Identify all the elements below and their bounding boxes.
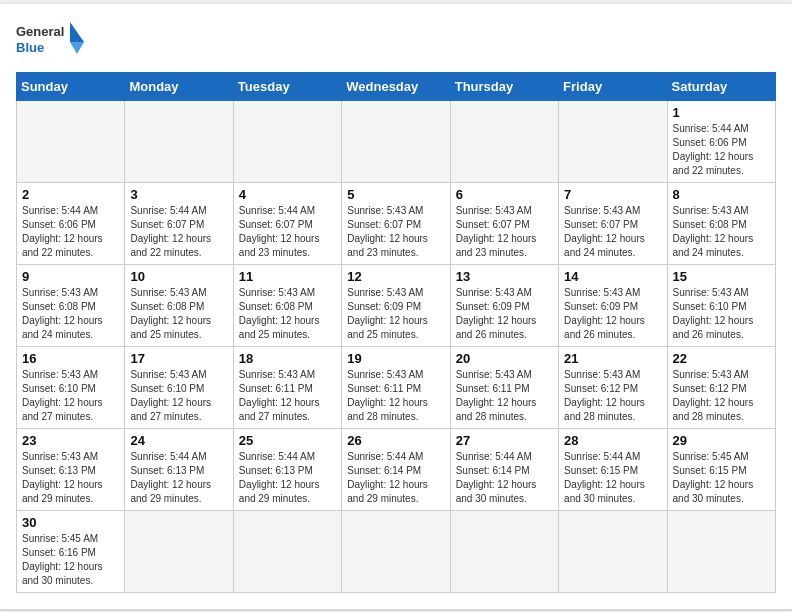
day-cell: 2Sunrise: 5:44 AM Sunset: 6:06 PM Daylig… (17, 182, 125, 264)
day-number: 24 (130, 433, 227, 448)
day-cell: 18Sunrise: 5:43 AM Sunset: 6:11 PM Dayli… (233, 346, 341, 428)
week-row-2: 9Sunrise: 5:43 AM Sunset: 6:08 PM Daylig… (17, 264, 776, 346)
day-number: 16 (22, 351, 119, 366)
header-day-sunday: Sunday (17, 72, 125, 100)
calendar-container: General Blue SundayMondayTuesdayWednesda… (0, 4, 792, 609)
day-info: Sunrise: 5:44 AM Sunset: 6:06 PM Dayligh… (673, 122, 770, 178)
day-info: Sunrise: 5:44 AM Sunset: 6:07 PM Dayligh… (239, 204, 336, 260)
header-day-monday: Monday (125, 72, 233, 100)
day-cell (342, 510, 450, 592)
generalblue-logo: General Blue (16, 20, 86, 64)
day-number: 10 (130, 269, 227, 284)
day-info: Sunrise: 5:43 AM Sunset: 6:07 PM Dayligh… (347, 204, 444, 260)
day-cell: 25Sunrise: 5:44 AM Sunset: 6:13 PM Dayli… (233, 428, 341, 510)
day-info: Sunrise: 5:43 AM Sunset: 6:07 PM Dayligh… (564, 204, 661, 260)
day-number: 19 (347, 351, 444, 366)
day-cell (559, 510, 667, 592)
day-number: 4 (239, 187, 336, 202)
day-info: Sunrise: 5:43 AM Sunset: 6:11 PM Dayligh… (347, 368, 444, 424)
day-cell: 12Sunrise: 5:43 AM Sunset: 6:09 PM Dayli… (342, 264, 450, 346)
day-number: 20 (456, 351, 553, 366)
day-info: Sunrise: 5:45 AM Sunset: 6:15 PM Dayligh… (673, 450, 770, 506)
day-cell: 15Sunrise: 5:43 AM Sunset: 6:10 PM Dayli… (667, 264, 775, 346)
day-info: Sunrise: 5:44 AM Sunset: 6:14 PM Dayligh… (456, 450, 553, 506)
day-number: 9 (22, 269, 119, 284)
day-cell (233, 510, 341, 592)
header-day-wednesday: Wednesday (342, 72, 450, 100)
logo: General Blue (16, 20, 86, 64)
day-number: 27 (456, 433, 553, 448)
day-cell: 6Sunrise: 5:43 AM Sunset: 6:07 PM Daylig… (450, 182, 558, 264)
day-cell (667, 510, 775, 592)
day-cell: 27Sunrise: 5:44 AM Sunset: 6:14 PM Dayli… (450, 428, 558, 510)
day-info: Sunrise: 5:44 AM Sunset: 6:13 PM Dayligh… (239, 450, 336, 506)
day-number: 21 (564, 351, 661, 366)
day-cell: 20Sunrise: 5:43 AM Sunset: 6:11 PM Dayli… (450, 346, 558, 428)
day-cell: 26Sunrise: 5:44 AM Sunset: 6:14 PM Dayli… (342, 428, 450, 510)
day-cell: 11Sunrise: 5:43 AM Sunset: 6:08 PM Dayli… (233, 264, 341, 346)
week-row-1: 2Sunrise: 5:44 AM Sunset: 6:06 PM Daylig… (17, 182, 776, 264)
day-info: Sunrise: 5:43 AM Sunset: 6:09 PM Dayligh… (456, 286, 553, 342)
day-info: Sunrise: 5:43 AM Sunset: 6:10 PM Dayligh… (22, 368, 119, 424)
day-cell: 21Sunrise: 5:43 AM Sunset: 6:12 PM Dayli… (559, 346, 667, 428)
day-cell (125, 510, 233, 592)
day-info: Sunrise: 5:43 AM Sunset: 6:08 PM Dayligh… (239, 286, 336, 342)
day-number: 28 (564, 433, 661, 448)
day-cell: 7Sunrise: 5:43 AM Sunset: 6:07 PM Daylig… (559, 182, 667, 264)
day-info: Sunrise: 5:43 AM Sunset: 6:11 PM Dayligh… (239, 368, 336, 424)
day-number: 7 (564, 187, 661, 202)
svg-text:Blue: Blue (16, 40, 44, 55)
day-cell: 16Sunrise: 5:43 AM Sunset: 6:10 PM Dayli… (17, 346, 125, 428)
day-number: 14 (564, 269, 661, 284)
day-info: Sunrise: 5:43 AM Sunset: 6:10 PM Dayligh… (673, 286, 770, 342)
day-info: Sunrise: 5:43 AM Sunset: 6:12 PM Dayligh… (673, 368, 770, 424)
day-number: 26 (347, 433, 444, 448)
day-info: Sunrise: 5:43 AM Sunset: 6:08 PM Dayligh… (22, 286, 119, 342)
day-number: 25 (239, 433, 336, 448)
day-info: Sunrise: 5:44 AM Sunset: 6:06 PM Dayligh… (22, 204, 119, 260)
day-cell: 5Sunrise: 5:43 AM Sunset: 6:07 PM Daylig… (342, 182, 450, 264)
day-number: 3 (130, 187, 227, 202)
day-cell (450, 510, 558, 592)
day-number: 22 (673, 351, 770, 366)
day-number: 13 (456, 269, 553, 284)
day-number: 5 (347, 187, 444, 202)
day-number: 8 (673, 187, 770, 202)
day-cell: 22Sunrise: 5:43 AM Sunset: 6:12 PM Dayli… (667, 346, 775, 428)
day-number: 11 (239, 269, 336, 284)
day-cell: 28Sunrise: 5:44 AM Sunset: 6:15 PM Dayli… (559, 428, 667, 510)
header-day-friday: Friday (559, 72, 667, 100)
svg-marker-3 (70, 42, 84, 54)
day-info: Sunrise: 5:43 AM Sunset: 6:09 PM Dayligh… (564, 286, 661, 342)
day-cell: 24Sunrise: 5:44 AM Sunset: 6:13 PM Dayli… (125, 428, 233, 510)
day-info: Sunrise: 5:43 AM Sunset: 6:13 PM Dayligh… (22, 450, 119, 506)
day-number: 6 (456, 187, 553, 202)
day-cell: 8Sunrise: 5:43 AM Sunset: 6:08 PM Daylig… (667, 182, 775, 264)
day-cell: 13Sunrise: 5:43 AM Sunset: 6:09 PM Dayli… (450, 264, 558, 346)
day-cell: 3Sunrise: 5:44 AM Sunset: 6:07 PM Daylig… (125, 182, 233, 264)
day-info: Sunrise: 5:43 AM Sunset: 6:10 PM Dayligh… (130, 368, 227, 424)
day-cell: 19Sunrise: 5:43 AM Sunset: 6:11 PM Dayli… (342, 346, 450, 428)
week-row-5: 30Sunrise: 5:45 AM Sunset: 6:16 PM Dayli… (17, 510, 776, 592)
day-info: Sunrise: 5:43 AM Sunset: 6:07 PM Dayligh… (456, 204, 553, 260)
week-row-0: 1Sunrise: 5:44 AM Sunset: 6:06 PM Daylig… (17, 100, 776, 182)
week-row-4: 23Sunrise: 5:43 AM Sunset: 6:13 PM Dayli… (17, 428, 776, 510)
day-info: Sunrise: 5:43 AM Sunset: 6:08 PM Dayligh… (673, 204, 770, 260)
day-number: 23 (22, 433, 119, 448)
day-info: Sunrise: 5:44 AM Sunset: 6:15 PM Dayligh… (564, 450, 661, 506)
header-row: SundayMondayTuesdayWednesdayThursdayFrid… (17, 72, 776, 100)
day-info: Sunrise: 5:45 AM Sunset: 6:16 PM Dayligh… (22, 532, 119, 588)
day-info: Sunrise: 5:44 AM Sunset: 6:13 PM Dayligh… (130, 450, 227, 506)
day-cell: 17Sunrise: 5:43 AM Sunset: 6:10 PM Dayli… (125, 346, 233, 428)
day-cell (559, 100, 667, 182)
day-cell: 14Sunrise: 5:43 AM Sunset: 6:09 PM Dayli… (559, 264, 667, 346)
day-cell: 23Sunrise: 5:43 AM Sunset: 6:13 PM Dayli… (17, 428, 125, 510)
day-cell: 1Sunrise: 5:44 AM Sunset: 6:06 PM Daylig… (667, 100, 775, 182)
day-number: 18 (239, 351, 336, 366)
day-number: 2 (22, 187, 119, 202)
day-info: Sunrise: 5:43 AM Sunset: 6:12 PM Dayligh… (564, 368, 661, 424)
day-info: Sunrise: 5:44 AM Sunset: 6:07 PM Dayligh… (130, 204, 227, 260)
header-day-saturday: Saturday (667, 72, 775, 100)
calendar-table: SundayMondayTuesdayWednesdayThursdayFrid… (16, 72, 776, 593)
day-cell: 30Sunrise: 5:45 AM Sunset: 6:16 PM Dayli… (17, 510, 125, 592)
